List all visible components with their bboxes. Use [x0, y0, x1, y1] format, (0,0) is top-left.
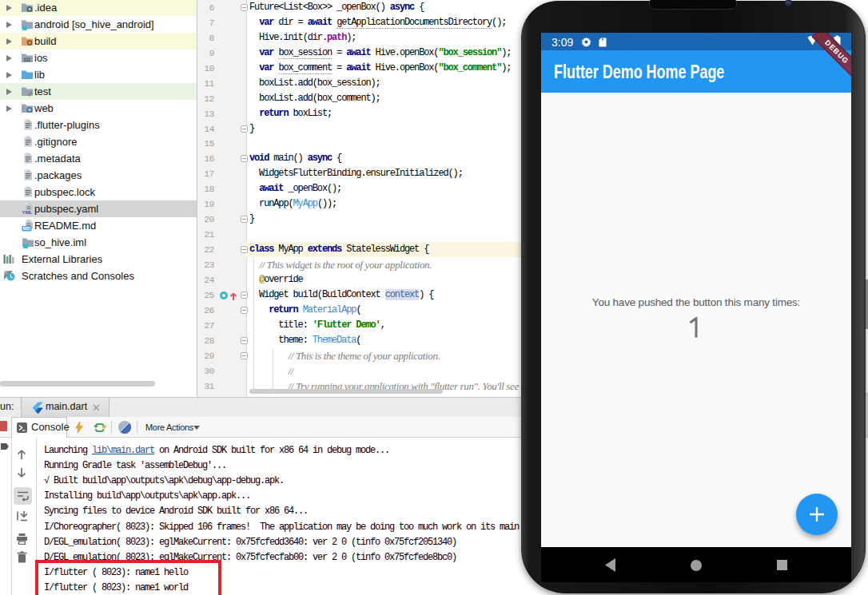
- svg-text:YML: YML: [22, 209, 33, 215]
- svg-text:MD: MD: [23, 226, 30, 231]
